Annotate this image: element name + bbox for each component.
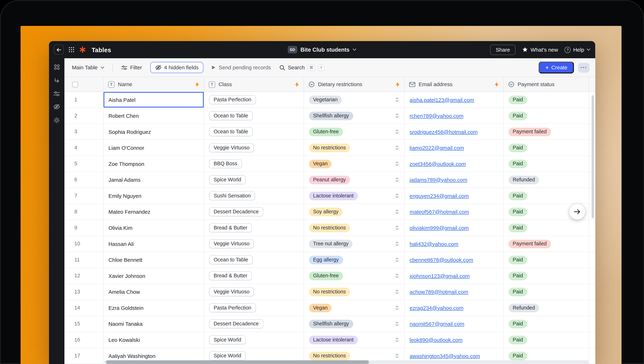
expand-select-icon[interactable] bbox=[395, 161, 399, 166]
column-header-payment[interactable]: Payment status bbox=[504, 77, 589, 92]
cell-payment[interactable]: Paid bbox=[504, 284, 589, 300]
cell-payment[interactable]: Paid bbox=[504, 220, 589, 236]
cell-name[interactable]: Emily Nguyen bbox=[104, 188, 204, 204]
cell-email[interactable]: aisha.patel123@gmail.com bbox=[405, 92, 504, 108]
cell-email[interactable]: oliviakim999@gmail.com bbox=[405, 220, 504, 236]
cell-email[interactable]: liamo2022@gmail.com bbox=[405, 140, 504, 156]
row-number[interactable]: 16 bbox=[65, 332, 104, 348]
cell-dietary[interactable]: Shellfish allergy bbox=[304, 316, 405, 332]
sidebar-branch-arrow-icon[interactable] bbox=[54, 78, 60, 84]
cell-class[interactable]: Bread & Butter bbox=[204, 268, 304, 284]
row-number[interactable]: 13 bbox=[65, 284, 104, 300]
email-link[interactable]: oliviakim999@gmail.com bbox=[410, 224, 469, 231]
row-number[interactable]: 8 bbox=[65, 204, 104, 220]
expand-select-icon[interactable] bbox=[395, 257, 399, 263]
view-switcher[interactable]: Main Table bbox=[72, 64, 104, 70]
email-link[interactable]: awashington345@yahoo.com bbox=[410, 353, 480, 359]
cell-dietary[interactable]: Vegetarian bbox=[304, 92, 405, 108]
cell-class[interactable]: Spice World bbox=[204, 172, 304, 188]
cell-email[interactable]: achow789@hotmail.com bbox=[405, 284, 504, 300]
cell-payment[interactable]: Payment failed bbox=[504, 124, 589, 140]
cell-name[interactable]: Sophia Rodriguez bbox=[104, 124, 204, 140]
cell-dietary[interactable]: Tree nut allergy bbox=[304, 236, 405, 252]
row-number[interactable]: 1 bbox=[65, 92, 104, 108]
column-header-dietary[interactable]: Dietary restrictions bbox=[304, 77, 405, 92]
expand-select-icon[interactable] bbox=[395, 273, 399, 278]
cell-class[interactable]: Spice World bbox=[204, 332, 304, 348]
email-link[interactable]: liamo2022@gmail.com bbox=[410, 145, 464, 151]
email-link[interactable]: cbennett678@outlook.com bbox=[410, 256, 473, 263]
email-link[interactable]: xjohnson123@gmail.com bbox=[410, 273, 470, 279]
more-options-button[interactable]: ··· bbox=[578, 62, 589, 72]
cell-name[interactable]: Leo Kowalski bbox=[104, 332, 204, 348]
cell-class[interactable]: Veggie Virtuoso bbox=[204, 236, 304, 252]
email-link[interactable]: zoet3456@outlook.com bbox=[410, 161, 466, 167]
sidebar-adjustments-icon[interactable] bbox=[54, 91, 60, 96]
cell-name[interactable]: Robert Chen bbox=[104, 108, 204, 124]
cell-class[interactable]: BBQ Boss bbox=[204, 156, 304, 172]
email-link[interactable]: srodriguez456@hotmail.com bbox=[410, 129, 478, 135]
whats-new-button[interactable]: What's new bbox=[522, 47, 558, 53]
cell-class[interactable]: Bread & Butter bbox=[204, 220, 304, 236]
cell-email[interactable]: hali432@yahoo.com bbox=[405, 236, 504, 252]
cell-dietary[interactable]: Vegan bbox=[304, 156, 405, 172]
select-all-checkbox[interactable] bbox=[72, 82, 78, 87]
column-header-email[interactable]: Email address bbox=[405, 77, 504, 92]
cell-payment[interactable]: Paid bbox=[504, 268, 589, 284]
cell-email[interactable]: jadams789@yahoo.com bbox=[405, 172, 504, 188]
cell-email[interactable]: rchen789@yahoo.com bbox=[405, 108, 504, 124]
cell-email[interactable]: enguyen234@gmail.com bbox=[405, 188, 504, 204]
expand-select-icon[interactable] bbox=[395, 337, 399, 342]
cell-dietary[interactable]: Gluten-free bbox=[304, 124, 405, 140]
help-menu[interactable]: ? Help bbox=[565, 47, 590, 53]
cell-payment[interactable]: Paid bbox=[504, 332, 589, 348]
row-number[interactable]: 3 bbox=[65, 124, 104, 140]
cell-class[interactable]: Veggie Virtuoso bbox=[204, 140, 304, 156]
cell-dietary[interactable]: Vegan bbox=[304, 300, 405, 316]
cell-dietary[interactable]: Soy allergy bbox=[304, 204, 405, 220]
row-number[interactable]: 15 bbox=[65, 316, 104, 332]
expand-select-icon[interactable] bbox=[395, 305, 399, 310]
column-header-name[interactable]: T Name bbox=[104, 77, 204, 92]
expand-select-icon[interactable] bbox=[395, 129, 399, 134]
cell-payment[interactable]: Paid bbox=[504, 156, 589, 172]
cell-class[interactable]: Ocean to Table bbox=[204, 252, 304, 268]
cell-class[interactable]: Veggie Virtuoso bbox=[204, 284, 304, 300]
expand-select-icon[interactable] bbox=[395, 177, 399, 183]
vertical-scrollbar[interactable] bbox=[592, 95, 594, 218]
column-header-class[interactable]: T Class bbox=[204, 77, 304, 92]
cell-dietary[interactable]: Peanut allergy bbox=[304, 172, 405, 188]
cell-payment[interactable]: Paid bbox=[504, 140, 589, 156]
row-number[interactable]: 12 bbox=[65, 268, 104, 284]
expand-select-icon[interactable] bbox=[395, 225, 399, 230]
cell-dietary[interactable]: No restrictions bbox=[304, 140, 405, 156]
app-grid-icon[interactable] bbox=[69, 47, 74, 52]
email-link[interactable]: mateof567@hotmail.com bbox=[410, 209, 469, 215]
row-number[interactable]: 11 bbox=[65, 252, 104, 268]
cell-dietary[interactable]: Lactose intolerant bbox=[304, 188, 405, 204]
cell-name[interactable]: Naomi Tanaka bbox=[104, 316, 204, 332]
expand-select-icon[interactable] bbox=[395, 97, 399, 102]
cell-class[interactable]: Sushi Sensation bbox=[204, 188, 304, 204]
cell-email[interactable]: srodriguez456@hotmail.com bbox=[405, 124, 504, 140]
email-link[interactable]: aisha.patel123@gmail.com bbox=[410, 97, 474, 103]
row-number[interactable]: 6 bbox=[65, 172, 104, 188]
cell-name[interactable]: Amelia Chow bbox=[104, 284, 204, 300]
cell-name[interactable]: Chloe Bennett bbox=[104, 252, 204, 268]
sidebar-apps-icon[interactable] bbox=[54, 64, 60, 70]
share-button[interactable]: Share bbox=[490, 44, 516, 55]
cell-class[interactable]: Dessert Decadence bbox=[204, 316, 304, 332]
cell-name[interactable]: Ezra Goldstein bbox=[104, 300, 204, 316]
cell-class[interactable]: Ocean to Table bbox=[204, 108, 304, 124]
sidebar-eye-off-icon[interactable] bbox=[54, 104, 60, 110]
cell-dietary[interactable]: No restrictions bbox=[304, 284, 405, 300]
cell-email[interactable]: zoet3456@outlook.com bbox=[405, 156, 504, 172]
filter-button[interactable]: Filter bbox=[121, 64, 142, 70]
back-button[interactable] bbox=[54, 45, 64, 54]
cell-dietary[interactable]: Gluten-free bbox=[304, 268, 405, 284]
cell-class[interactable]: Ocean to Table bbox=[204, 124, 304, 140]
scroll-right-button[interactable] bbox=[569, 204, 585, 220]
cell-payment[interactable]: Paid bbox=[504, 108, 589, 124]
cell-email[interactable]: leok890@outlook.com bbox=[405, 332, 504, 348]
row-number[interactable]: 2 bbox=[65, 108, 104, 124]
